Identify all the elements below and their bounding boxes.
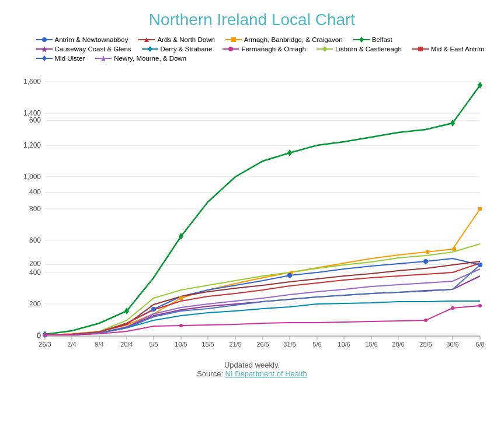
svg-text:9/4: 9/4 [95,341,103,348]
svg-point-105 [43,333,47,337]
chart-legend: Antrim & Newtownabbey Ards & North Down … [13,36,492,62]
legend-item-antrim: Antrim & Newtownabbey [36,36,128,43]
svg-text:600: 600 [29,116,40,124]
svg-point-102 [287,273,292,278]
svg-marker-19 [42,55,47,61]
svg-point-109 [478,304,482,307]
legend-item-ards: Ards & North Down [138,36,214,43]
updated-text: Updated weekly. [197,361,307,369]
svg-text:25/6: 25/6 [419,341,432,348]
svg-rect-17 [418,47,423,51]
chart-svg: 0 200 400 600 [13,68,492,354]
page-container: Northern Ireland Local Chart Antrim & Ne… [0,0,504,423]
svg-text:800: 800 [29,205,40,213]
legend-item-mid-ulster: Mid Ulster [36,55,85,62]
svg-text:21/5: 21/5 [229,341,241,348]
svg-text:1,600: 1,600 [23,78,40,86]
svg-text:0: 0 [37,332,41,340]
svg-point-103 [423,259,428,264]
svg-rect-5 [231,37,236,42]
svg-text:400: 400 [29,188,40,196]
svg-marker-91 [287,149,292,156]
svg-text:5/5: 5/5 [149,341,158,348]
legend-item-belfast: Belfast [353,36,392,43]
legend-item-fermanagh: Fermanagh & Omagh [223,46,306,53]
svg-text:20/6: 20/6 [392,341,404,348]
svg-marker-15 [322,46,327,52]
svg-text:15/6: 15/6 [365,341,377,348]
svg-text:31/5: 31/5 [283,341,296,348]
svg-text:30/6: 30/6 [446,341,458,348]
legend-item-derry: Derry & Strabane [142,46,213,53]
legend-item-mid-east: Mid & East Antrim [412,46,484,53]
svg-text:1,400: 1,400 [23,109,40,117]
svg-text:26/3: 26/3 [39,341,51,348]
svg-text:1,200: 1,200 [23,141,40,149]
legend-item-lisburn: Lisburn & Castlereagh [317,46,402,53]
source-link[interactable]: NI Department of Health [225,369,307,378]
svg-rect-99 [478,207,482,211]
legend-item-newry: Newry, Mourne, & Down [95,55,186,62]
svg-rect-22 [45,71,486,336]
svg-point-104 [478,263,482,267]
svg-marker-7 [359,37,364,43]
source-text: Source: NI Department of Health [197,369,307,378]
svg-text:10/6: 10/6 [338,341,350,348]
svg-text:600: 600 [29,236,40,244]
svg-point-1 [42,37,47,42]
svg-point-108 [451,306,454,310]
svg-text:400: 400 [29,268,40,277]
svg-text:2/4: 2/4 [67,341,76,348]
chart-footer: Updated weekly. Source: NI Department of… [197,361,307,378]
svg-point-107 [424,319,427,322]
svg-text:1,000: 1,000 [23,173,40,181]
svg-marker-21 [100,55,107,61]
svg-text:6/8: 6/8 [475,341,484,348]
svg-marker-9 [41,46,47,52]
svg-text:5/6: 5/6 [312,341,321,348]
svg-point-101 [151,307,156,312]
svg-text:200: 200 [29,300,40,308]
svg-rect-98 [453,247,456,251]
svg-rect-97 [426,250,429,254]
svg-point-13 [228,47,233,51]
chart-title: Northern Ireland Local Chart [149,11,355,29]
svg-rect-95 [179,296,183,300]
legend-item-armagh: Armagh, Banbridge, & Craigavon [225,36,343,43]
svg-text:20/4: 20/4 [120,341,133,348]
svg-text:200: 200 [29,260,40,268]
svg-text:15/5: 15/5 [201,341,214,348]
chart-area: 0 200 400 600 [13,68,492,356]
svg-point-106 [179,324,183,327]
svg-text:26/5: 26/5 [256,341,269,348]
legend-item-causeway: Causeway Coast & Glens [36,46,131,53]
svg-text:10/5: 10/5 [175,341,187,348]
svg-marker-11 [148,46,152,52]
